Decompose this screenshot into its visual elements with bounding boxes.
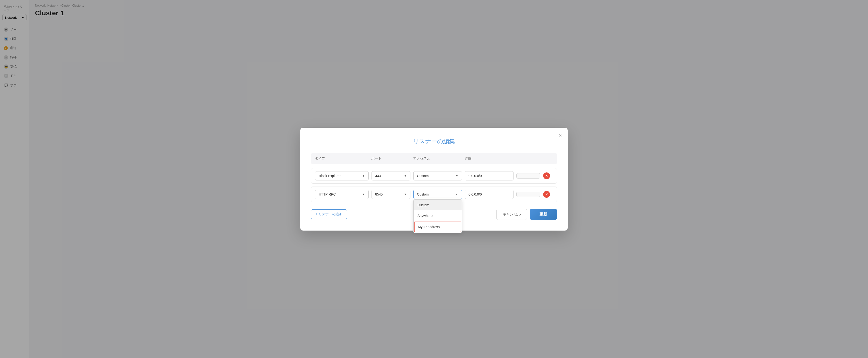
access-source-select-row2[interactable]: Custom bbox=[413, 190, 462, 199]
add-listener-button[interactable]: + リスナーの追加 bbox=[311, 209, 347, 219]
chevron-down-icon-port2 bbox=[404, 192, 407, 196]
port-select-row2[interactable]: 8545 bbox=[372, 190, 410, 199]
modal-close-button[interactable]: × bbox=[558, 132, 562, 139]
dropdown-option-my-ip[interactable]: My IP address bbox=[414, 221, 461, 232]
table-header: タイプ ポート アクセス元 詳細 bbox=[311, 153, 557, 164]
access-source-dropdown-row2: Custom Custom Anywhere My IP address bbox=[413, 190, 462, 199]
chevron-up-icon-access2 bbox=[455, 192, 458, 196]
footer-actions: キャンセル 更新 bbox=[496, 209, 557, 220]
access-source-select-row1[interactable]: Custom bbox=[413, 171, 462, 180]
header-detail: 詳細 bbox=[465, 156, 513, 161]
dropdown-option-anywhere[interactable]: Anywhere bbox=[413, 210, 462, 221]
detail-input-row2[interactable] bbox=[517, 192, 540, 197]
delete-button-row1[interactable]: × bbox=[543, 173, 550, 179]
access-source-value-row1: Custom bbox=[417, 174, 429, 178]
cancel-button[interactable]: キャンセル bbox=[496, 209, 527, 220]
port-value-row1: 443 bbox=[375, 174, 381, 178]
delete-button-row2[interactable]: × bbox=[543, 191, 550, 198]
type-select-row1[interactable]: Block Explorer bbox=[315, 171, 369, 180]
header-access-source: アクセス元 bbox=[413, 156, 462, 161]
table-row-1: Block Explorer 443 Custom 0.0.0.0/0 × bbox=[311, 168, 557, 184]
update-button[interactable]: 更新 bbox=[530, 209, 557, 220]
ip-input-row1[interactable]: 0.0.0.0/0 bbox=[465, 171, 514, 180]
type-value-row1: Block Explorer bbox=[319, 174, 341, 178]
modal-overlay: × リスナーの編集 タイプ ポート アクセス元 詳細 Block Explore… bbox=[0, 0, 868, 358]
modal: × リスナーの編集 タイプ ポート アクセス元 詳細 Block Explore… bbox=[300, 128, 568, 231]
dropdown-option-custom[interactable]: Custom bbox=[413, 200, 462, 210]
header-port: ポート bbox=[371, 156, 410, 161]
modal-title: リスナーの編集 bbox=[311, 138, 557, 145]
port-value-row2: 8545 bbox=[375, 192, 383, 196]
header-type: タイプ bbox=[315, 156, 368, 161]
access-source-dropdown-menu: Custom Anywhere My IP address bbox=[413, 200, 462, 233]
chevron-down-icon-access1 bbox=[455, 174, 458, 178]
chevron-down-icon-row1 bbox=[362, 174, 365, 178]
port-select-row1[interactable]: 443 bbox=[372, 171, 410, 180]
chevron-down-icon-port1 bbox=[404, 174, 407, 178]
access-source-value-row2: Custom bbox=[417, 192, 429, 196]
header-detail-extra bbox=[516, 156, 553, 161]
detail-input-row1[interactable] bbox=[517, 173, 540, 179]
ip-input-row2[interactable]: 0.0.0.0/0 bbox=[465, 190, 514, 199]
type-select-row2[interactable]: HTTP RPC bbox=[315, 190, 369, 199]
table-row-2: HTTP RPC 8545 Custom Custom Anywhere My … bbox=[311, 186, 557, 202]
chevron-down-icon-row2 bbox=[362, 192, 365, 196]
type-value-row2: HTTP RPC bbox=[319, 192, 336, 196]
